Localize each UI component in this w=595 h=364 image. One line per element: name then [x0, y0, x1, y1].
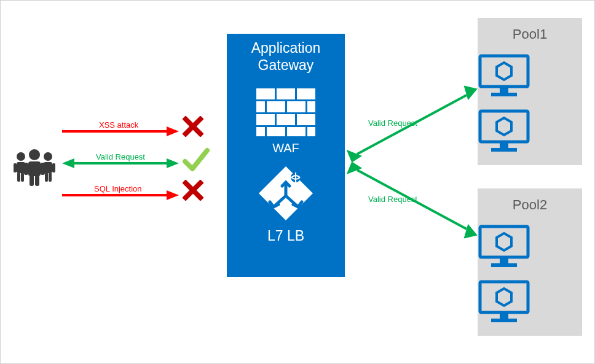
svg-rect-4: [30, 175, 34, 186]
blocked-x-sqli: [183, 180, 203, 201]
vm-icon: [478, 224, 582, 268]
svg-marker-22: [167, 158, 179, 168]
diagram-canvas: XSS attack Valid Request SQL Injection A…: [0, 0, 595, 364]
svg-rect-31: [267, 101, 285, 112]
users-icon: [13, 148, 56, 186]
svg-marker-52: [464, 224, 478, 239]
svg-rect-28: [277, 88, 295, 99]
svg-rect-10: [21, 172, 24, 182]
application-gateway-box: Application Gateway: [227, 34, 345, 277]
svg-marker-64: [497, 233, 511, 250]
vm-icon: [478, 53, 582, 98]
svg-rect-30: [256, 101, 265, 112]
vm-icon: [478, 109, 582, 153]
svg-rect-32: [287, 101, 305, 112]
gateway-title: Application Gateway: [232, 40, 340, 74]
svg-point-6: [17, 152, 25, 161]
svg-rect-1: [28, 161, 41, 176]
svg-marker-24: [167, 190, 179, 200]
svg-rect-54: [500, 88, 508, 93]
svg-rect-5: [35, 175, 39, 186]
svg-marker-56: [497, 63, 511, 80]
svg-rect-9: [17, 172, 20, 182]
svg-rect-33: [307, 101, 315, 112]
svg-rect-63: [491, 263, 517, 267]
svg-marker-17: [167, 126, 179, 136]
pool1-title: Pool1: [478, 26, 582, 42]
svg-rect-34: [256, 114, 275, 125]
firewall-icon: [256, 88, 315, 136]
label-valid-left: Valid Request: [96, 152, 145, 161]
svg-point-11: [44, 152, 52, 161]
svg-rect-61: [480, 227, 528, 257]
svg-rect-38: [267, 127, 285, 136]
svg-rect-35: [277, 114, 295, 125]
pool1-box: Pool1: [478, 18, 582, 165]
svg-rect-12: [44, 162, 52, 173]
svg-rect-66: [500, 314, 508, 319]
svg-rect-29: [297, 88, 315, 99]
svg-rect-15: [49, 172, 52, 182]
label-valid-pool2: Valid Request: [368, 195, 417, 204]
label-valid-pool1: Valid Request: [368, 118, 417, 128]
svg-marker-68: [497, 288, 511, 306]
svg-rect-8: [14, 163, 17, 172]
svg-marker-49: [464, 85, 478, 100]
svg-rect-67: [491, 319, 517, 322]
svg-rect-58: [500, 143, 508, 148]
svg-marker-20: [62, 158, 74, 168]
svg-rect-59: [491, 148, 517, 152]
svg-marker-60: [497, 118, 511, 135]
svg-rect-39: [287, 127, 305, 136]
svg-rect-40: [307, 127, 315, 136]
svg-rect-7: [17, 162, 25, 173]
waf-label: WAF: [232, 141, 340, 155]
checkmark-icon: [183, 147, 210, 174]
label-sqli: SQL Injection: [94, 184, 142, 193]
svg-rect-14: [45, 172, 48, 182]
svg-rect-27: [256, 88, 275, 99]
label-xss: XSS attack: [99, 120, 138, 130]
pool2-title: Pool2: [478, 197, 582, 213]
blocked-x-xss: [183, 116, 203, 137]
pool2-box: Pool2: [478, 188, 582, 336]
svg-rect-53: [480, 56, 528, 87]
svg-rect-37: [256, 127, 265, 136]
svg-rect-13: [52, 163, 55, 172]
load-balancer-icon: [258, 165, 314, 222]
l7-lb-label: L7 LB: [232, 228, 340, 244]
vm-icon: [478, 279, 582, 323]
svg-point-0: [29, 149, 40, 160]
svg-rect-55: [491, 93, 517, 96]
svg-rect-65: [480, 282, 528, 312]
svg-rect-36: [297, 114, 315, 125]
svg-rect-57: [480, 111, 528, 142]
svg-rect-62: [500, 258, 508, 263]
